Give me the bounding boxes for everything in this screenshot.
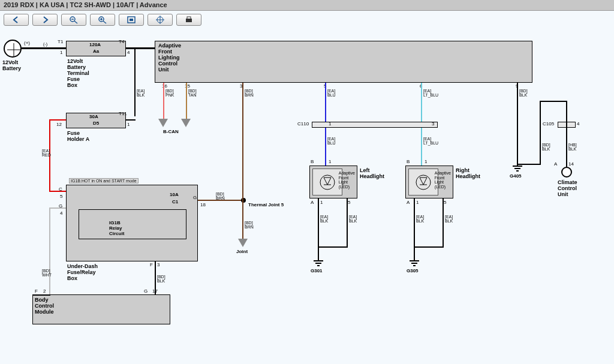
wire-ea-ltblu2: [EA]LT_BLU <box>423 137 438 145</box>
under-dash-label: Under-DashFuse/RelayBox <box>67 264 98 282</box>
ccu-symbol <box>561 167 572 178</box>
fuse-holder-a: 30A D5 <box>66 113 126 128</box>
pin-t4: T4 <box>119 40 124 44</box>
forward-button[interactable] <box>32 14 58 26</box>
left-hl-inner-label: AdaptiveFrontLight(LED) <box>339 171 355 189</box>
c110-label: C110 <box>297 122 309 127</box>
wire <box>517 83 518 164</box>
wire-hb-blk: [HB]BLK <box>568 143 577 151</box>
c105-p4: 4 <box>577 122 579 127</box>
rh-pA: A <box>407 200 410 205</box>
pin-C: C <box>59 187 62 192</box>
battery-pos: (+) <box>24 41 30 46</box>
pin-4: 4 <box>60 211 62 216</box>
target-button[interactable] <box>148 14 173 26</box>
wire <box>134 47 136 116</box>
rh-wire1: [EA]BLK <box>416 215 424 223</box>
print-button[interactable] <box>176 14 201 26</box>
back-button[interactable] <box>4 14 29 26</box>
c105-label: C105 <box>543 122 554 127</box>
ig1b-mode: IG1B:HOT in ON and START mode <box>69 178 139 183</box>
rh-p5: 5 <box>444 200 446 205</box>
pin-18: 18 <box>200 203 206 207</box>
fuse-box-1-label: 12VoltBatteryTerminalFuseBox <box>67 59 89 88</box>
wire-red <box>49 119 66 121</box>
under-dash-box: IG1B:HOT in ON and START mode IG1BRelayC… <box>66 185 198 261</box>
pin-bcm-2: 2 <box>43 289 46 294</box>
wire-bd-wht: [BD]WHT <box>42 269 52 277</box>
wire-ea-ltblu: [EA]LT_BLU <box>423 89 438 97</box>
pin-12: 12 <box>56 122 62 127</box>
wire <box>414 198 415 258</box>
zoom-in-button[interactable] <box>90 14 115 26</box>
header-title: 2019 RDX | KA USA | TC2 SH-AWD | 10A/T |… <box>0 0 614 11</box>
joint-label: Joint <box>236 249 248 255</box>
fuse-aa: Aa <box>93 49 99 55</box>
lh-p1b: 1 <box>320 200 323 205</box>
arrow-bcan-1 <box>158 119 168 127</box>
wire-ea-blu: [EA]BLU <box>327 89 336 97</box>
g305-label: G305 <box>407 269 419 274</box>
wire-bd-blk: [BD]BLK <box>519 89 528 97</box>
led-symbol <box>312 169 342 195</box>
aflcu <box>155 41 532 83</box>
pin-t11: T11 <box>119 112 127 116</box>
wire <box>347 198 348 246</box>
lh-wire1: [EA]BLK <box>320 215 328 223</box>
relay-label: IG1BRelayCircuit <box>109 221 124 236</box>
wire <box>540 101 567 102</box>
led-symbol-r <box>408 169 438 195</box>
fuse-d5: D5 <box>93 121 99 127</box>
thermal-joint-label: Thermal Joint 5 <box>248 203 284 208</box>
pin-Gr: G <box>193 195 197 200</box>
ccu-pA: A <box>554 162 557 167</box>
pin-1: 1 <box>60 50 62 55</box>
fuse-10a: 10A <box>170 192 179 198</box>
svg-marker-20 <box>324 178 331 185</box>
svg-line-4 <box>103 21 106 23</box>
right-hl-inner-label: AdaptiveFrontLight(LED) <box>435 171 451 189</box>
battery-neg: (-) <box>43 42 47 46</box>
wire-wht <box>49 207 66 209</box>
g301-label: G301 <box>311 269 323 274</box>
toolbar <box>0 11 614 29</box>
wire-red <box>49 191 67 192</box>
c110-p1: 1 <box>329 122 331 127</box>
rh-p1t: 1 <box>425 160 427 164</box>
pin-3: 3 <box>157 263 159 267</box>
fit-button[interactable] <box>119 14 144 26</box>
bcan-label: B-CAN <box>163 130 179 135</box>
arrow-joint <box>238 239 248 247</box>
fuse-holder-a-label: FuseHolder A <box>67 131 89 143</box>
wire <box>22 47 66 49</box>
arrow-bcan-2 <box>181 119 191 127</box>
wire <box>126 119 136 121</box>
wire <box>540 101 541 165</box>
svg-line-1 <box>74 21 77 23</box>
pin-bcm-G: G <box>144 289 148 294</box>
pin-F: F <box>150 263 153 267</box>
fuse-c1: C1 <box>172 200 178 205</box>
lh-pB: B <box>311 160 314 164</box>
wire <box>443 198 444 246</box>
wire-tan <box>186 83 187 119</box>
svg-rect-8 <box>130 19 133 21</box>
svg-marker-27 <box>420 178 427 185</box>
rh-p1b: 1 <box>416 200 419 205</box>
pin-fh1: 1 <box>127 122 130 127</box>
battery-symbol <box>4 40 22 58</box>
wire-bd-tan: [BD]TAN <box>188 89 197 97</box>
wire-bd-blk2: [BD]BLK <box>542 143 550 151</box>
g405-label: G405 <box>510 174 522 179</box>
wire-ea-blu2: [EA]BLU <box>327 137 336 145</box>
pin-5: 5 <box>60 194 62 199</box>
wire <box>566 101 567 167</box>
wire-bd-brn3: [BD]BRN <box>245 221 254 229</box>
zoom-out-button[interactable] <box>61 14 86 26</box>
wire <box>126 47 156 49</box>
wire-brn <box>242 83 243 239</box>
left-headlight: AdaptiveFrontLight(LED) <box>309 166 357 198</box>
wire <box>414 246 444 248</box>
wire-ea-blk: [EA]BLK <box>137 89 145 97</box>
wire <box>318 198 319 258</box>
